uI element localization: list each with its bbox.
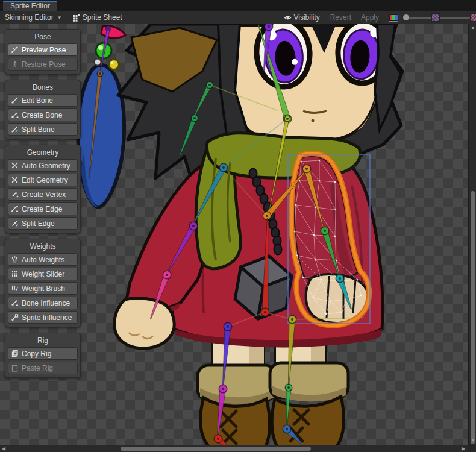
slider-handle[interactable] xyxy=(403,14,409,20)
panel-title: Pose xyxy=(8,33,78,41)
chevron-down-icon: ▼ xyxy=(57,15,62,20)
bone-influence-icon xyxy=(11,299,19,307)
mesh-icon xyxy=(11,176,19,184)
button-label: Weight Brush xyxy=(22,284,65,293)
slider-track[interactable] xyxy=(440,17,470,19)
horizontal-scrollbar[interactable]: ◀ ▶ xyxy=(0,445,468,452)
pose-panel: Pose Preview Pose Restore Pose xyxy=(5,29,81,74)
panel-title: Rig xyxy=(8,336,78,345)
button-label: Paste Rig xyxy=(22,364,53,372)
restore-pose-button[interactable]: Restore Pose xyxy=(8,58,78,71)
toolbar: Skinning Editor ▼ Sprite Sheet Visibilit… xyxy=(0,11,476,25)
auto-geometry-button[interactable]: Auto Geometry xyxy=(8,159,78,172)
feather-accessory xyxy=(78,26,125,207)
create-vertex-button[interactable]: Create Vertex xyxy=(8,188,78,201)
color-swatch-button[interactable] xyxy=(384,11,403,24)
mesh-icon xyxy=(11,162,19,169)
scrollbar-corner xyxy=(468,445,476,452)
button-label: Split Edge xyxy=(22,219,55,228)
edge-split-icon xyxy=(11,219,19,227)
split-edge-button[interactable]: Split Edge xyxy=(8,217,78,230)
button-label: Copy Rig xyxy=(22,350,51,358)
panel-title: Geometry xyxy=(8,148,78,157)
paste-icon xyxy=(11,364,19,372)
sprite-influence-button[interactable]: Sprite Influence xyxy=(8,311,78,324)
button-label: Create Edge xyxy=(22,205,62,213)
weight-slider-button[interactable]: Weight Slider xyxy=(8,268,78,280)
scroll-right-icon[interactable]: ▶ xyxy=(462,447,465,451)
dot-brush-icon xyxy=(11,284,19,292)
copy-icon xyxy=(11,350,19,357)
vertex-add-icon xyxy=(11,190,19,198)
button-label: Create Bone xyxy=(22,111,62,119)
auto-weights-button[interactable]: Auto Weights xyxy=(8,253,78,266)
skinning-editor-dropdown[interactable]: Skinning Editor ▼ xyxy=(0,11,67,24)
bone-split-icon xyxy=(11,125,19,133)
mesh-opacity-slider[interactable] xyxy=(440,13,476,22)
weights-panel: Weights Auto Weights Weight Slider Weigh… xyxy=(5,239,81,327)
apply-button[interactable]: Apply xyxy=(356,11,384,24)
button-label: Auto Weights xyxy=(22,256,64,264)
button-label: Edit Bone xyxy=(22,96,53,105)
bone-influence-button[interactable]: Bone Influence xyxy=(8,297,78,309)
sprite-sheet-icon xyxy=(72,14,80,22)
tab-sprite-editor[interactable]: Sprite Editor xyxy=(3,1,57,11)
bone-add-icon xyxy=(11,111,19,119)
person-icon xyxy=(11,60,19,68)
button-label: Create Vertex xyxy=(22,190,66,199)
edit-geometry-button[interactable]: Edit Geometry xyxy=(8,174,78,186)
create-bone-button[interactable]: Create Bone xyxy=(8,108,78,121)
bone-opacity-icon xyxy=(431,13,440,22)
button-label: Restore Pose xyxy=(22,60,66,69)
geometry-panel: Geometry Auto Geometry Edit Geometry Cre… xyxy=(5,145,81,233)
bone-icon xyxy=(11,96,19,104)
skinning-editor-label: Skinning Editor xyxy=(5,13,54,22)
panel-title: Bones xyxy=(8,83,78,92)
button-label: Sprite Influence xyxy=(22,313,72,322)
paste-rig-button[interactable]: Paste Rig xyxy=(8,362,78,374)
vertical-scroll-thumb[interactable] xyxy=(471,191,475,444)
preview-pose-button[interactable]: Preview Pose xyxy=(8,43,78,56)
dot-grid-icon xyxy=(11,270,19,278)
edge-add-icon xyxy=(11,205,19,213)
eye-icon xyxy=(284,14,292,22)
scroll-left-icon[interactable]: ◀ xyxy=(2,447,5,451)
revert-button[interactable]: Revert xyxy=(325,11,356,24)
edit-bone-button[interactable]: Edit Bone xyxy=(8,94,78,107)
horizontal-scroll-thumb[interactable] xyxy=(121,447,311,451)
rig-panel: Rig Copy Rig Paste Rig xyxy=(5,333,81,378)
scroll-up-icon[interactable]: ▲ xyxy=(471,25,475,30)
bone-cross-icon xyxy=(11,46,19,54)
mesh-opacity-icon xyxy=(470,13,476,22)
panel-title: Weights xyxy=(8,242,78,251)
bones-panel: Bones Edit Bone Create Bone Split Bone xyxy=(5,80,81,139)
button-label: Edit Geometry xyxy=(22,176,68,184)
rgb-swatch-icon xyxy=(389,14,398,22)
slider-track[interactable] xyxy=(409,17,431,19)
button-label: Preview Pose xyxy=(22,46,66,54)
bone-opacity-slider[interactable] xyxy=(403,13,440,22)
create-edge-button[interactable]: Create Edge xyxy=(8,202,78,215)
vertical-scrollbar[interactable]: ▲ ▼ xyxy=(468,24,476,445)
sprite-sheet-label: Sprite Sheet xyxy=(83,13,122,22)
button-label: Auto Geometry xyxy=(22,162,70,170)
scroll-down-icon[interactable]: ▼ xyxy=(471,438,475,443)
copy-rig-button[interactable]: Copy Rig xyxy=(8,347,78,360)
tool-panels: Pose Preview Pose Restore Pose Bones Edi… xyxy=(5,29,81,383)
button-label: Bone Influence xyxy=(22,299,70,307)
sprite-editor-window: Sprite Editor Skinning Editor ▼ Sprite S… xyxy=(0,0,476,452)
weight-brush-button[interactable]: Weight Brush xyxy=(8,282,78,295)
sparkle-icon xyxy=(11,256,19,263)
sprite-sheet-button[interactable]: Sprite Sheet xyxy=(67,11,127,24)
visibility-toggle[interactable]: Visibility xyxy=(279,11,325,24)
button-label: Split Bone xyxy=(22,125,55,134)
visibility-label: Visibility xyxy=(294,13,320,22)
tab-bar: Sprite Editor xyxy=(0,0,476,11)
sprite-influence-icon xyxy=(11,313,19,321)
button-label: Weight Slider xyxy=(22,270,64,278)
split-bone-button[interactable]: Split Bone xyxy=(8,123,78,136)
